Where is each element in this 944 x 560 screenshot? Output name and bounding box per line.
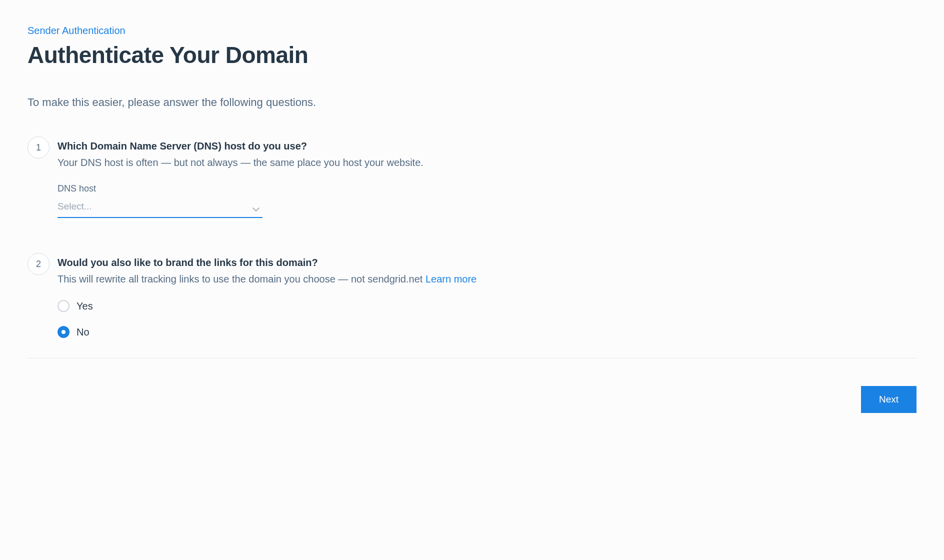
radio-option-no[interactable]: No xyxy=(58,326,916,338)
step-2-description: This will rewrite all tracking links to … xyxy=(58,274,916,285)
step-1-title: Which Domain Name Server (DNS) host do y… xyxy=(58,136,916,152)
divider xyxy=(28,358,916,358)
learn-more-link[interactable]: Learn more xyxy=(426,274,476,284)
next-button[interactable]: Next xyxy=(861,386,916,413)
step-number-badge: 2 xyxy=(28,253,50,275)
radio-icon xyxy=(58,326,70,338)
step-2-title: Would you also like to brand the links f… xyxy=(58,253,916,268)
radio-icon xyxy=(58,300,70,312)
radio-label-no: No xyxy=(76,326,90,338)
intro-text: To make this easier, please answer the f… xyxy=(28,96,916,109)
radio-option-yes[interactable]: Yes xyxy=(58,300,916,312)
step-1: 1 Which Domain Name Server (DNS) host do… xyxy=(28,136,916,218)
step-number-badge: 1 xyxy=(28,136,50,158)
dns-host-select-value[interactable]: Select... xyxy=(58,198,262,218)
dns-host-select[interactable]: Select... xyxy=(58,198,262,218)
step-1-description: Your DNS host is often — but not always … xyxy=(58,157,916,168)
footer: Next xyxy=(28,386,916,413)
page-title: Authenticate Your Domain xyxy=(28,42,916,68)
step-2-description-text: This will rewrite all tracking links to … xyxy=(58,274,426,284)
step-2: 2 Would you also like to brand the links… xyxy=(28,253,916,343)
breadcrumb-link[interactable]: Sender Authentication xyxy=(28,25,916,36)
dns-host-label: DNS host xyxy=(58,184,916,194)
radio-label-yes: Yes xyxy=(76,300,93,312)
